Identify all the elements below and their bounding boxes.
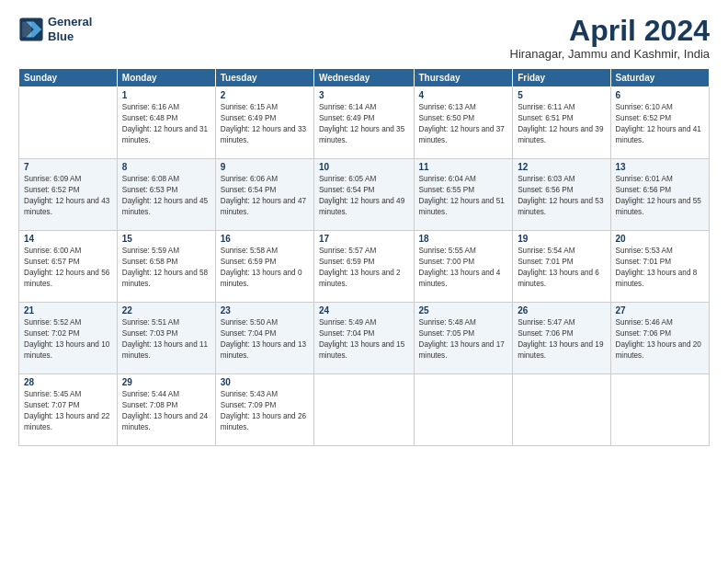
sunset-time: Sunset: 7:09 PM — [221, 401, 277, 409]
daylight-hours: Daylight: 13 hours and 15 minutes. — [319, 340, 404, 360]
day-info: Sunrise: 6:11 AM Sunset: 6:51 PM Dayligh… — [518, 102, 605, 146]
daylight-hours: Daylight: 12 hours and 31 minutes. — [122, 125, 208, 144]
table-row: 30 Sunrise: 5:43 AM Sunset: 7:09 PM Dayl… — [215, 374, 313, 446]
daylight-hours: Daylight: 12 hours and 41 minutes. — [616, 125, 701, 144]
table-row: 17 Sunrise: 5:57 AM Sunset: 6:59 PM Dayl… — [313, 231, 414, 303]
table-row: 19 Sunrise: 5:54 AM Sunset: 7:01 PM Dayl… — [513, 231, 610, 303]
calendar-table: Sunday Monday Tuesday Wednesday Thursday… — [18, 68, 710, 446]
sunset-time: Sunset: 6:57 PM — [24, 258, 80, 266]
daylight-hours: Daylight: 12 hours and 49 minutes. — [319, 197, 404, 216]
calendar-week-row: 28 Sunrise: 5:45 AM Sunset: 7:07 PM Dayl… — [19, 374, 710, 446]
day-number: 24 — [319, 305, 409, 316]
sunset-time: Sunset: 6:54 PM — [221, 186, 277, 194]
day-number: 2 — [221, 90, 309, 100]
table-row: 10 Sunrise: 6:05 AM Sunset: 6:54 PM Dayl… — [313, 159, 414, 231]
day-info: Sunrise: 5:49 AM Sunset: 7:04 PM Dayligh… — [319, 317, 409, 362]
day-info: Sunrise: 6:16 AM Sunset: 6:48 PM Dayligh… — [122, 102, 210, 146]
table-row: 16 Sunrise: 5:58 AM Sunset: 6:59 PM Dayl… — [215, 231, 313, 303]
sunrise-time: Sunrise: 6:00 AM — [24, 247, 81, 255]
logo-icon — [18, 17, 44, 42]
header: General Blue April 2024 Hiranagar, Jammu… — [18, 15, 710, 61]
daylight-hours: Daylight: 12 hours and 37 minutes. — [419, 125, 505, 144]
day-info: Sunrise: 5:44 AM Sunset: 7:08 PM Dayligh… — [122, 389, 210, 433]
daylight-hours: Daylight: 13 hours and 11 minutes. — [122, 340, 208, 360]
sunset-time: Sunset: 6:55 PM — [419, 186, 475, 194]
sunrise-time: Sunrise: 5:59 AM — [122, 247, 179, 255]
sunrise-time: Sunrise: 6:10 AM — [616, 103, 673, 111]
day-number: 16 — [221, 234, 309, 244]
table-row: 12 Sunrise: 6:03 AM Sunset: 6:56 PM Dayl… — [513, 159, 610, 231]
daylight-hours: Daylight: 13 hours and 4 minutes. — [419, 269, 501, 288]
sunset-time: Sunset: 7:08 PM — [122, 401, 178, 409]
day-info: Sunrise: 6:09 AM Sunset: 6:52 PM Dayligh… — [24, 174, 112, 218]
daylight-hours: Daylight: 12 hours and 53 minutes. — [518, 197, 603, 216]
sunrise-time: Sunrise: 5:48 AM — [419, 318, 476, 327]
table-row: 1 Sunrise: 6:16 AM Sunset: 6:48 PM Dayli… — [117, 87, 215, 159]
sunrise-time: Sunrise: 6:05 AM — [319, 175, 376, 183]
day-number: 6 — [616, 90, 704, 100]
sunrise-time: Sunrise: 5:54 AM — [518, 247, 574, 255]
daylight-hours: Daylight: 12 hours and 33 minutes. — [221, 125, 306, 144]
sunrise-time: Sunrise: 6:16 AM — [122, 103, 179, 111]
sunset-time: Sunset: 6:48 PM — [122, 114, 178, 122]
sunset-time: Sunset: 7:00 PM — [419, 258, 475, 266]
sunrise-time: Sunrise: 5:55 AM — [419, 247, 476, 255]
daylight-hours: Daylight: 13 hours and 13 minutes. — [221, 340, 306, 360]
table-row: 28 Sunrise: 5:45 AM Sunset: 7:07 PM Dayl… — [19, 374, 118, 446]
daylight-hours: Daylight: 13 hours and 20 minutes. — [616, 340, 701, 360]
table-row: 23 Sunrise: 5:50 AM Sunset: 7:04 PM Dayl… — [215, 303, 313, 374]
day-number: 14 — [24, 234, 112, 244]
sunset-time: Sunset: 7:04 PM — [221, 329, 277, 338]
sunset-time: Sunset: 7:02 PM — [24, 329, 80, 338]
day-info: Sunrise: 6:10 AM Sunset: 6:52 PM Dayligh… — [616, 102, 704, 146]
sunrise-time: Sunrise: 6:14 AM — [319, 103, 376, 111]
daylight-hours: Daylight: 13 hours and 10 minutes. — [24, 340, 109, 360]
day-number: 5 — [518, 90, 605, 100]
calendar-header-row: Sunday Monday Tuesday Wednesday Thursday… — [19, 69, 710, 87]
table-row: 4 Sunrise: 6:13 AM Sunset: 6:50 PM Dayli… — [414, 87, 513, 159]
day-number: 1 — [122, 90, 210, 100]
day-info: Sunrise: 5:54 AM Sunset: 7:01 PM Dayligh… — [518, 246, 605, 290]
sunset-time: Sunset: 6:49 PM — [221, 114, 277, 122]
sunset-time: Sunset: 6:52 PM — [616, 114, 672, 122]
table-row: 29 Sunrise: 5:44 AM Sunset: 7:08 PM Dayl… — [117, 374, 215, 446]
col-monday: Monday — [117, 69, 215, 87]
sunrise-time: Sunrise: 6:11 AM — [518, 103, 574, 111]
day-info: Sunrise: 6:14 AM Sunset: 6:49 PM Dayligh… — [319, 102, 409, 146]
sunrise-time: Sunrise: 5:52 AM — [24, 318, 81, 327]
daylight-hours: Daylight: 13 hours and 19 minutes. — [518, 340, 603, 360]
sunset-time: Sunset: 6:52 PM — [24, 186, 80, 194]
day-number: 25 — [419, 305, 508, 316]
day-number: 29 — [122, 377, 210, 387]
daylight-hours: Daylight: 12 hours and 43 minutes. — [24, 197, 109, 216]
day-info: Sunrise: 6:01 AM Sunset: 6:56 PM Dayligh… — [616, 174, 704, 218]
table-row: 8 Sunrise: 6:08 AM Sunset: 6:53 PM Dayli… — [117, 159, 215, 231]
day-info: Sunrise: 5:52 AM Sunset: 7:02 PM Dayligh… — [24, 317, 112, 362]
sunset-time: Sunset: 6:49 PM — [319, 114, 375, 122]
page: General Blue April 2024 Hiranagar, Jammu… — [0, 0, 728, 563]
sunset-time: Sunset: 6:53 PM — [122, 186, 178, 194]
table-row: 7 Sunrise: 6:09 AM Sunset: 6:52 PM Dayli… — [19, 159, 118, 231]
sunrise-time: Sunrise: 6:01 AM — [616, 175, 673, 183]
day-number: 11 — [419, 162, 508, 172]
month-title: April 2024 — [510, 15, 711, 47]
daylight-hours: Daylight: 12 hours and 51 minutes. — [419, 197, 505, 216]
sunset-time: Sunset: 7:06 PM — [616, 329, 672, 338]
sunrise-time: Sunrise: 5:58 AM — [221, 247, 278, 255]
sunrise-time: Sunrise: 6:03 AM — [518, 175, 574, 183]
day-number: 8 — [122, 162, 210, 172]
day-number: 17 — [319, 234, 409, 244]
table-row: 24 Sunrise: 5:49 AM Sunset: 7:04 PM Dayl… — [313, 303, 414, 374]
daylight-hours: Daylight: 12 hours and 39 minutes. — [518, 125, 603, 144]
calendar-week-row: 21 Sunrise: 5:52 AM Sunset: 7:02 PM Dayl… — [19, 303, 710, 374]
daylight-hours: Daylight: 12 hours and 35 minutes. — [319, 125, 404, 144]
sunrise-time: Sunrise: 5:49 AM — [319, 318, 376, 327]
day-number: 27 — [616, 305, 704, 316]
day-number: 26 — [518, 305, 605, 316]
sunset-time: Sunset: 7:01 PM — [616, 258, 672, 266]
table-row: 2 Sunrise: 6:15 AM Sunset: 6:49 PM Dayli… — [215, 87, 313, 159]
svg-rect-2 — [22, 21, 31, 37]
table-row: 11 Sunrise: 6:04 AM Sunset: 6:55 PM Dayl… — [414, 159, 513, 231]
day-number: 10 — [319, 162, 409, 172]
table-row: 15 Sunrise: 5:59 AM Sunset: 6:58 PM Dayl… — [117, 231, 215, 303]
